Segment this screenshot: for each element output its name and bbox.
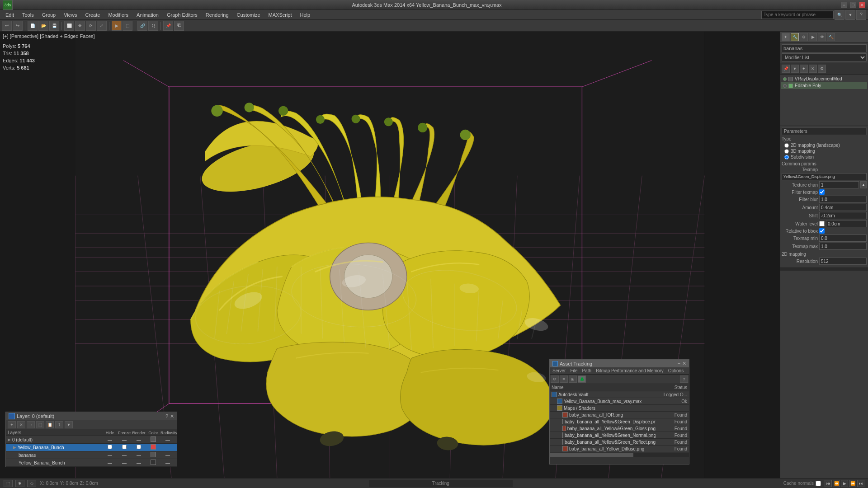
timeline-start-btn[interactable]: ⏮ xyxy=(825,480,832,487)
layer-row-yellow[interactable]: Yellow_Banana_Bunch — — — — xyxy=(6,459,177,467)
link-btn[interactable]: 🔗 xyxy=(137,21,147,31)
texture-chan-up[interactable]: ▲ xyxy=(860,181,867,188)
make-unique-btn[interactable]: ✦ xyxy=(800,65,808,73)
menu-edit[interactable]: Edit xyxy=(2,11,18,19)
timeline-end-btn[interactable]: ⏭ xyxy=(857,480,864,487)
layer-btn[interactable]: 🏗 xyxy=(174,21,184,31)
asset-grid-btn[interactable]: ⊞ xyxy=(569,375,577,383)
asset-menu-server[interactable]: Server xyxy=(552,368,566,373)
layer-close-btn[interactable]: ✕ xyxy=(170,413,174,419)
asset-menu-path[interactable]: Path xyxy=(582,368,592,373)
layer-render-cb[interactable] xyxy=(137,445,141,449)
asset-row-displace[interactable]: baby_banana_all_Yellow&Green_Displace.pn… xyxy=(550,418,689,425)
render-btn[interactable]: ▶ xyxy=(112,21,122,31)
type-3d-radio[interactable] xyxy=(784,149,789,154)
rp-motion-icon[interactable]: ▶ xyxy=(809,33,817,41)
layer-new-btn[interactable]: + xyxy=(8,421,16,428)
modifier-checkbox-2[interactable] xyxy=(788,84,793,88)
menu-help[interactable]: Help xyxy=(297,11,314,19)
asset-row-gloss[interactable]: baby_banana_all_Yellow&Green_Gloss.png F… xyxy=(550,425,689,432)
status-btn-2[interactable]: ✱ xyxy=(15,480,24,487)
asset-list-btn[interactable]: ≡ xyxy=(560,375,568,383)
menu-maxscript[interactable]: MAXScript xyxy=(265,11,296,19)
undo-button[interactable]: ↩ xyxy=(2,21,12,31)
modifier-list-dropdown[interactable]: Modifier List xyxy=(782,53,867,61)
select-btn[interactable]: ⬜ xyxy=(64,21,74,31)
layer-row-bananas[interactable]: bananas — — — — xyxy=(6,451,177,459)
viewport[interactable]: [+] [Perspective] [Shaded + Edged Faces]… xyxy=(0,32,780,478)
status-btn-1[interactable]: ⬚ xyxy=(4,480,13,487)
texture-chan-input[interactable] xyxy=(819,181,859,188)
asset-menu-bitmap[interactable]: Bitmap Performance and Memory xyxy=(596,368,664,373)
open-btn[interactable]: 📂 xyxy=(38,21,48,31)
layer-help-btn[interactable]: ? xyxy=(165,413,168,419)
asset-row-maxfile[interactable]: Yellow_Banana_Bunch_max_vray.max Ok xyxy=(550,398,689,405)
reference-btn[interactable]: 📌 xyxy=(163,21,173,31)
rp-create-icon[interactable]: ✦ xyxy=(782,33,790,41)
minimize-button[interactable]: − xyxy=(841,2,847,8)
asset-row-maps[interactable]: Maps / Shaders xyxy=(550,405,689,412)
rp-utilities-icon[interactable]: 🔨 xyxy=(827,33,835,41)
asset-row-reflect[interactable]: baby_banana_all_Yellow&Green_Reflect.png… xyxy=(550,439,689,446)
app-icon[interactable]: 3ds xyxy=(3,0,13,10)
menu-tools[interactable]: Tools xyxy=(19,11,38,19)
object-name-input[interactable] xyxy=(782,44,867,52)
texmap-input[interactable] xyxy=(782,173,867,180)
modifier-editable-poly[interactable]: Editable Poly xyxy=(781,82,867,89)
menu-group[interactable]: Group xyxy=(38,11,60,19)
unlink-btn[interactable]: ⛓ xyxy=(148,21,158,31)
asset-row-normal[interactable]: baby_banana_all_Yellow&Green_Normal.png … xyxy=(550,432,689,439)
menu-graph-editors[interactable]: Graph Editors xyxy=(163,11,201,19)
asset-close-btn[interactable]: ✕ xyxy=(682,361,686,366)
status-btn-3[interactable]: ◇ xyxy=(27,480,36,487)
menu-customize[interactable]: Customize xyxy=(233,11,264,19)
params-section-header[interactable]: Parameters xyxy=(782,127,867,135)
amount-input[interactable] xyxy=(819,204,867,211)
texmap-max-input[interactable] xyxy=(819,243,867,250)
layer-expand-btn[interactable]: ▼ xyxy=(65,421,73,428)
show-end-btn[interactable]: ▼ xyxy=(791,65,799,73)
asset-row-ior[interactable]: baby_banana_all_IOR.png Found xyxy=(550,412,689,418)
close-button[interactable]: ✕ xyxy=(859,2,865,8)
timeline-play-btn[interactable]: ▶ xyxy=(841,480,848,487)
save-btn[interactable]: 💾 xyxy=(49,21,59,31)
redo-button[interactable]: ↪ xyxy=(13,21,23,31)
texmap-min-input[interactable] xyxy=(819,235,867,242)
new-scene-btn[interactable]: 📄 xyxy=(28,21,38,31)
menu-rendering[interactable]: Rendering xyxy=(202,11,232,19)
asset-tree-btn[interactable]: 🌲 xyxy=(578,375,586,383)
layer-delete-btn[interactable]: ✕ xyxy=(17,421,25,428)
search-button[interactable]: 🔍 xyxy=(835,10,844,20)
layer-hide-cb[interactable] xyxy=(108,445,112,449)
relative-bbox-checkbox[interactable] xyxy=(819,228,825,234)
quick-render-btn[interactable]: ⬚ xyxy=(123,21,132,31)
layer-add-sel-btn[interactable]: → xyxy=(27,421,35,428)
layer-props-btn[interactable]: 📋 xyxy=(46,421,54,428)
timeline-next-btn[interactable]: ⏩ xyxy=(849,480,856,487)
modifier-vray[interactable]: VRayDisplacementMod xyxy=(781,75,867,82)
menu-animation[interactable]: Animation xyxy=(133,11,162,19)
search-options-btn[interactable]: ▼ xyxy=(845,10,855,20)
maximize-button[interactable]: □ xyxy=(850,2,856,8)
asset-scroll-thumb[interactable] xyxy=(550,453,633,457)
timeline-prev-btn[interactable]: ⏪ xyxy=(833,480,840,487)
resolution-input[interactable] xyxy=(819,258,867,265)
rp-scrollbar[interactable] xyxy=(780,267,868,271)
menu-views[interactable]: Views xyxy=(60,11,80,19)
menu-modifiers[interactable]: Modifiers xyxy=(104,11,132,19)
layer-freeze-cb[interactable] xyxy=(122,445,127,449)
asset-minimize-btn[interactable]: − xyxy=(678,361,680,366)
layer-merge-btn[interactable]: ⤵ xyxy=(55,421,63,428)
rp-modify-icon[interactable]: 🔧 xyxy=(791,33,799,41)
scale-btn[interactable]: ⤢ xyxy=(97,21,107,31)
asset-row-vault[interactable]: Autodesk Vault Logged O... xyxy=(550,391,689,398)
help-button[interactable]: ? xyxy=(856,10,866,20)
layer-row-selected[interactable]: ▶Yellow_Banana_Bunch — xyxy=(6,444,177,451)
modifier-checkbox[interactable] xyxy=(788,77,793,81)
rp-display-icon[interactable]: 👁 xyxy=(818,33,826,41)
water-level-input[interactable] xyxy=(826,220,867,227)
cache-normals-checkbox[interactable] xyxy=(816,481,821,486)
layer-row[interactable]: ▶0 (default) — — — — xyxy=(6,436,177,444)
move-btn[interactable]: ✥ xyxy=(75,21,85,31)
asset-refresh-btn[interactable]: ⟳ xyxy=(551,375,559,383)
